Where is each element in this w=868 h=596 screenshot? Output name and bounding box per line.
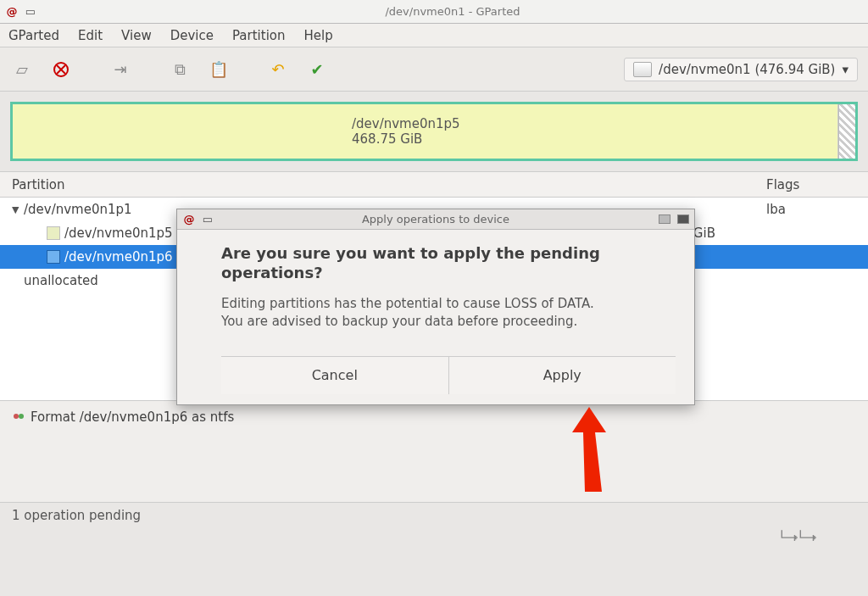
dialog-titlebar[interactable]: @ ▭ Apply operations to device [177, 209, 694, 230]
app-root: @ ▭ /dev/nvme0n1 - GParted GParted Edit … [0, 0, 868, 596]
table-header: Partition Flags [0, 172, 868, 198]
pending-op-text: Format /dev/nvme0n1p6 as ntfs [31, 409, 234, 425]
menu-edit[interactable]: Edit [78, 28, 103, 43]
menu-partition[interactable]: Partition [232, 28, 286, 43]
window-title: /dev/nvme0n1 - GParted [42, 5, 863, 18]
paste-icon[interactable]: 📋 [207, 58, 231, 81]
minimize-icon[interactable] [659, 214, 670, 224]
menu-help[interactable]: Help [304, 28, 333, 43]
copy-icon[interactable]: ⧉ [168, 58, 192, 81]
partition-name: unallocated [24, 273, 98, 288]
pending-operations: Format /dev/nvme0n1p6 as ntfs [0, 400, 868, 502]
svg-point-4 [19, 414, 24, 419]
partition-graph: /dev/nvme0n1p5 468.75 GiB [0, 92, 868, 171]
dialog-message-2: You are advised to backup your data befo… [221, 313, 676, 331]
apply-icon[interactable]: ✔ [305, 58, 329, 81]
dialog-buttons: Cancel Apply [221, 356, 676, 394]
format-op-icon [12, 409, 25, 423]
apply-dialog: @ ▭ Apply operations to device Are you s… [176, 209, 695, 405]
chevron-down-icon: ▾ [842, 62, 849, 77]
expander-icon[interactable]: ▼ [12, 204, 24, 215]
delete-icon[interactable] [49, 58, 73, 81]
partition-name: /dev/nvme0n1p5 [64, 226, 173, 241]
device-selector[interactable]: /dev/nvme0n1 (476.94 GiB) ▾ [624, 58, 858, 81]
toolbar: ▱ ⇥ ⧉ 📋 ↶ ✔ /dev/nvme0n1 (476.94 GiB) ▾ [0, 47, 868, 92]
status-text: 1 operation pending [12, 508, 141, 523]
window-list-icon: ▭ [24, 5, 37, 19]
debian-icon: @ [5, 5, 19, 19]
resize-icon[interactable]: ⇥ [108, 58, 132, 81]
graph-segment-name: /dev/nvme0n1p5 [352, 116, 837, 131]
graph-segment-main[interactable]: /dev/nvme0n1p5 468.75 GiB [13, 104, 838, 159]
dialog-message-1: Editing partitions has the potential to … [221, 295, 676, 313]
debian-icon: @ [182, 213, 196, 226]
system-titlebar: @ ▭ /dev/nvme0n1 - GParted [0, 0, 868, 24]
dialog-question: Are you sure you want to apply the pendi… [221, 243, 676, 283]
hdd-icon [633, 62, 652, 77]
menu-device[interactable]: Device [170, 28, 214, 43]
partition-swatch-icon [47, 227, 59, 239]
partition-name: /dev/nvme0n1p1 [24, 202, 132, 217]
col-flags[interactable]: Flags [758, 177, 868, 192]
partition-flags: lba [758, 202, 868, 217]
dialog-body: Are you sure you want to apply the pendi… [177, 230, 694, 404]
partition-name: /dev/nvme0n1p6 [64, 249, 173, 265]
maximize-icon[interactable] [677, 214, 689, 224]
graph-segment-small[interactable] [838, 104, 855, 159]
menubar: GParted Edit View Device Partition Help [0, 24, 868, 47]
new-partition-icon[interactable]: ▱ [10, 58, 34, 81]
svg-point-3 [14, 414, 19, 419]
dialog-title: Apply operations to device [220, 213, 652, 226]
undo-icon[interactable]: ↶ [266, 58, 290, 81]
partition-graph-bar[interactable]: /dev/nvme0n1p5 468.75 GiB [10, 102, 858, 161]
statusbar: 1 operation pending [0, 502, 868, 527]
device-selector-label: /dev/nvme0n1 (476.94 GiB) [659, 62, 835, 77]
col-partition[interactable]: Partition [0, 177, 178, 192]
menu-view[interactable]: View [121, 28, 152, 43]
apply-button[interactable]: Apply [448, 357, 676, 394]
menu-gparted[interactable]: GParted [8, 28, 59, 43]
window-list-icon: ▭ [201, 213, 214, 226]
mouse-cursor-icon: ⮡⮡ [780, 528, 817, 549]
partition-swatch-icon [47, 251, 59, 263]
cancel-button[interactable]: Cancel [221, 357, 448, 394]
graph-segment-size: 468.75 GiB [352, 131, 837, 147]
